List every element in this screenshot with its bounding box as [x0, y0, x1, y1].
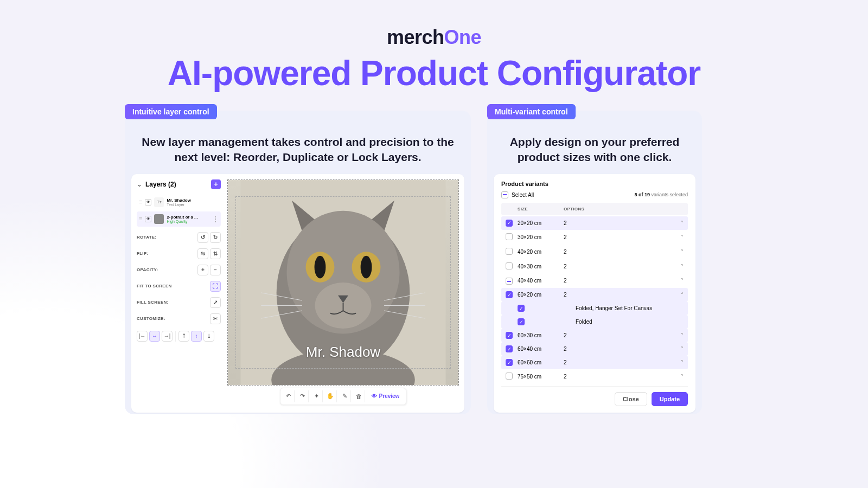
variant-row[interactable]: ✓20×20 cm2˅: [501, 216, 688, 230]
text-layer-icon: Tт: [154, 197, 164, 207]
variant-checkbox[interactable]: [506, 373, 513, 380]
align-bottom-button[interactable]: ⤓: [203, 331, 214, 342]
safe-area-frame: [235, 196, 451, 369]
variant-options: 2: [564, 359, 673, 365]
redo-button[interactable]: ↷: [297, 390, 309, 402]
align-center-h-button[interactable]: ↔: [149, 331, 160, 342]
chevron-down-icon[interactable]: ˅: [681, 374, 684, 380]
visibility-toggle[interactable]: 👁: [145, 199, 151, 206]
col-size: SIZE: [518, 207, 564, 211]
variant-size: 30×20 cm: [518, 234, 564, 240]
layer-name: 2-potrait of a ...: [167, 215, 209, 220]
layer-row[interactable]: ≡ 👁 Tт Mr. Shadow Text Layer: [137, 195, 221, 210]
variant-subrow[interactable]: ✓Folded, Hanger Set For Canvas: [501, 301, 688, 315]
chevron-down-icon[interactable]: ˅: [681, 249, 684, 255]
chevron-up-icon[interactable]: ˄: [681, 292, 684, 298]
update-button[interactable]: Update: [652, 392, 688, 406]
variant-size: 60×30 cm: [518, 332, 564, 338]
col-options: OPTIONS: [564, 207, 673, 211]
selection-count: 5 of 19 variants selected: [634, 192, 688, 197]
rotate-ccw-button[interactable]: ↺: [197, 232, 208, 243]
variant-row[interactable]: 75×50 cm2˅: [501, 369, 688, 384]
variant-checkbox[interactable]: [506, 233, 513, 240]
magic-button[interactable]: ✦: [311, 390, 323, 402]
chevron-down-icon[interactable]: ˅: [681, 346, 684, 352]
variant-row[interactable]: 40×30 cm2˅: [501, 259, 688, 274]
hand-button[interactable]: ✋: [325, 390, 337, 402]
chevron-down-icon[interactable]: ˅: [681, 234, 684, 240]
drag-handle-icon[interactable]: ≡: [139, 216, 142, 222]
variants-title: Product variants: [501, 181, 688, 187]
rotate-label: ROTATE:: [137, 235, 156, 240]
editor-card: ⌄ Layers (2) + ≡ 👁 Tт Mr. Shadow Text La…: [131, 174, 464, 413]
variants-table-body: ✓20×20 cm2˅30×20 cm2˅40×20 cm2˅40×30 cm2…: [501, 216, 688, 386]
variant-options: 2: [564, 249, 673, 255]
chevron-down-icon[interactable]: ˅: [681, 278, 684, 284]
variant-checkbox[interactable]: ✓: [506, 332, 513, 339]
canvas-caption[interactable]: Mr. Shadow: [228, 344, 458, 361]
variant-size: 40×40 cm: [518, 278, 564, 284]
left-heading: New layer management takes control and p…: [125, 134, 471, 174]
variant-row[interactable]: 30×20 cm2˅: [501, 230, 688, 245]
chevron-down-icon[interactable]: ˅: [681, 220, 684, 226]
variant-options: 2: [564, 220, 673, 226]
left-pill: Intuitive layer control: [125, 104, 217, 119]
delete-button[interactable]: 🗑: [353, 390, 365, 402]
variant-checkbox[interactable]: [506, 262, 513, 269]
variant-checkbox[interactable]: ✓: [506, 220, 513, 227]
opacity-up-button[interactable]: +: [197, 265, 208, 275]
align-top-button[interactable]: ⤒: [178, 331, 189, 342]
variant-checkbox[interactable]: [506, 248, 513, 255]
variant-options: Folded, Hanger Set For Canvas: [576, 305, 673, 311]
eye-icon: 👁: [372, 393, 377, 399]
customize-button[interactable]: ✂: [210, 313, 221, 324]
fill-screen-button[interactable]: ⤢: [210, 297, 221, 308]
brand-logo: merchOne: [0, 26, 868, 49]
flip-v-button[interactable]: ⇅: [210, 248, 221, 259]
chevron-down-icon[interactable]: ⌄: [137, 181, 142, 188]
variant-checkbox[interactable]: ✓: [506, 359, 513, 366]
variant-size: 60×20 cm: [518, 292, 564, 298]
variant-row[interactable]: ✓60×60 cm2˅: [501, 356, 688, 369]
rotate-cw-button[interactable]: ↻: [210, 232, 221, 243]
variant-subrow[interactable]: ✓Folded: [501, 315, 688, 329]
opacity-label: OPACITY:: [137, 267, 158, 272]
select-all-checkbox[interactable]: [501, 191, 508, 198]
undo-button[interactable]: ↶: [283, 390, 295, 402]
visibility-toggle[interactable]: 👁: [145, 216, 151, 222]
canvas-frame: Mr. Shadow: [227, 179, 459, 386]
align-center-v-button[interactable]: ↕: [191, 331, 202, 342]
chevron-down-icon[interactable]: ˅: [681, 264, 684, 269]
chevron-down-icon[interactable]: ˅: [681, 359, 684, 365]
preview-button[interactable]: 👁 Preview: [367, 393, 404, 399]
drag-handle-icon[interactable]: ≡: [139, 199, 142, 205]
close-button[interactable]: Close: [615, 392, 647, 406]
select-all-label[interactable]: Select All: [512, 192, 534, 198]
layer-row[interactable]: ≡ 👁 2-potrait of a ... High Quality ⋮: [137, 211, 221, 227]
variant-checkbox[interactable]: [506, 278, 513, 285]
align-left-button[interactable]: |←: [137, 331, 148, 342]
edit-button[interactable]: ✎: [339, 390, 351, 402]
variant-row[interactable]: ✓60×30 cm2˅: [501, 329, 688, 342]
layer-sub: High Quality: [167, 220, 209, 223]
flip-h-button[interactable]: ⇋: [197, 248, 208, 259]
canvas-area[interactable]: Mr. Shadow ↶ ↷ ✦ ✋ ✎ 🗑 👁 Preview: [227, 179, 459, 407]
customize-label: CUSTOMIZE:: [137, 316, 165, 321]
variant-row[interactable]: ✓60×20 cm2˄: [501, 288, 688, 301]
more-icon[interactable]: ⋮: [212, 215, 219, 223]
variant-row[interactable]: 40×20 cm2˅: [501, 245, 688, 259]
variant-checkbox[interactable]: ✓: [518, 318, 525, 325]
variant-options: 2: [564, 264, 673, 269]
variant-checkbox[interactable]: ✓: [506, 345, 513, 352]
variant-checkbox[interactable]: ✓: [518, 305, 525, 312]
variant-checkbox[interactable]: ✓: [506, 291, 513, 298]
chevron-down-icon[interactable]: ˅: [681, 332, 684, 338]
variant-options: 2: [564, 234, 673, 240]
variant-row[interactable]: ✓60×40 cm2˅: [501, 342, 688, 356]
fit-screen-button[interactable]: ⛶: [210, 281, 221, 292]
align-right-button[interactable]: →|: [162, 331, 173, 342]
opacity-down-button[interactable]: −: [210, 265, 221, 275]
add-layer-button[interactable]: +: [211, 179, 221, 189]
variant-size: 60×40 cm: [518, 346, 564, 352]
variant-row[interactable]: 40×40 cm2˅: [501, 274, 688, 288]
